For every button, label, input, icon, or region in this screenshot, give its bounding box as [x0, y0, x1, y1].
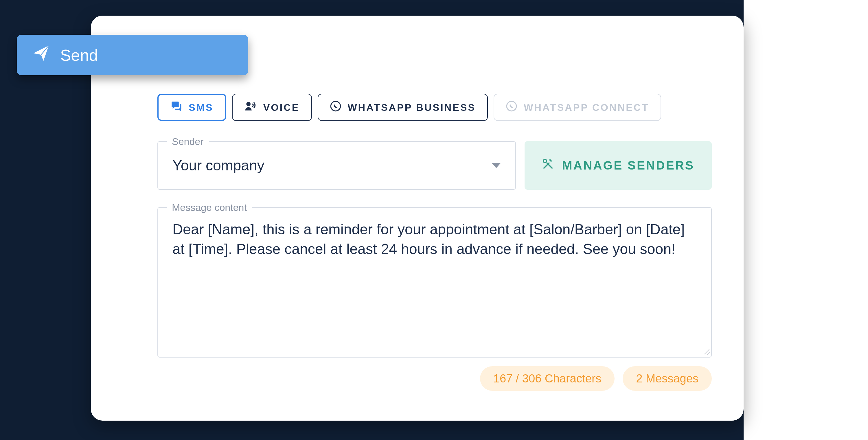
tab-label: WHATSAPP CONNECT	[524, 102, 649, 113]
tab-label: SMS	[189, 102, 214, 113]
counters: 167 / 306 Characters 2 Messages	[157, 366, 712, 391]
chevron-down-icon	[492, 163, 501, 168]
tools-icon	[542, 158, 554, 173]
whatsapp-icon	[330, 100, 341, 114]
manage-senders-button[interactable]: MANAGE SENDERS	[525, 141, 712, 190]
sender-field: Sender Your company	[157, 141, 516, 190]
svg-point-2	[507, 101, 517, 111]
voice-icon	[244, 100, 257, 115]
tab-label: WHATSAPP BUSINESS	[348, 102, 476, 113]
resize-handle-icon[interactable]	[701, 347, 709, 355]
svg-point-0	[246, 102, 251, 106]
tab-sms[interactable]: SMS	[157, 94, 226, 121]
whatsapp-icon	[506, 100, 517, 114]
message-count-badge: 2 Messages	[623, 366, 712, 391]
send-button[interactable]: Send	[17, 35, 248, 75]
sender-value: Your company	[173, 157, 265, 174]
svg-point-3	[544, 159, 547, 163]
message-textarea[interactable]	[173, 220, 697, 348]
sender-row: Sender Your company MANAGE SENDERS	[157, 141, 712, 190]
tab-whatsapp-connect: WHATSAPP CONNECT	[494, 94, 661, 121]
message-field: Message content	[157, 207, 712, 357]
tab-whatsapp-business[interactable]: WHATSAPP BUSINESS	[318, 94, 488, 121]
compose-card: SMS VOICE WHATSAPP BUSINESS	[91, 15, 744, 420]
send-icon	[32, 44, 50, 66]
sender-legend: Sender	[167, 136, 209, 147]
channel-tabs: SMS VOICE WHATSAPP BUSINESS	[157, 94, 712, 121]
sms-icon	[170, 100, 182, 115]
sender-select[interactable]: Your company	[158, 142, 515, 189]
svg-point-1	[331, 101, 340, 111]
tab-voice[interactable]: VOICE	[232, 94, 312, 121]
tab-label: VOICE	[263, 102, 300, 113]
character-count-badge: 167 / 306 Characters	[480, 366, 615, 391]
message-legend: Message content	[167, 202, 252, 213]
manage-senders-label: MANAGE SENDERS	[562, 159, 694, 172]
send-label: Send	[60, 46, 98, 64]
